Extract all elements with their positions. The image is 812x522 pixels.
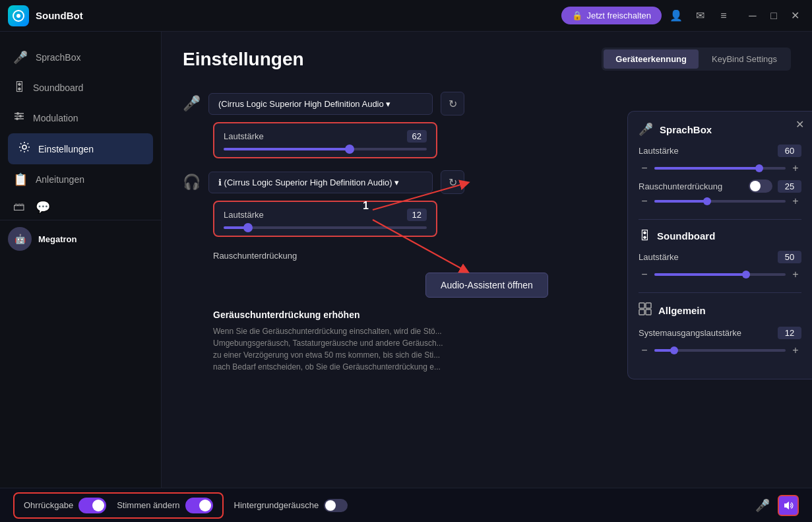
sidebar-label-sprachbox: SprachBox [36,52,80,63]
speaker-button[interactable] [778,495,799,516]
sidebar-item-soundboard[interactable]: 🎛 Soundboard [0,73,161,102]
avatar: 🤖 [8,227,32,251]
sidebar-item-anleitungen[interactable]: 📋 Anleitungen [0,164,161,195]
hintergrund-item: Hintergrundgeräusche [234,499,348,512]
app-logo [8,5,29,26]
popup-sprachbox-noise-minus[interactable]: − [639,195,650,207]
hintergrund-label: Hintergrundgeräusche [234,500,319,510]
popup-allgemein-vol-label: Systemausgangslautstärke [639,328,774,338]
popup-soundboard-slider[interactable] [654,273,786,276]
popup-soundboard-thumb [742,271,750,278]
svg-point-1 [16,14,20,18]
extra-icon-1[interactable]: 🗃 [13,200,25,214]
popup-panel: ✕ 🎤 SprachBox Lautstärke 60 − [627,111,812,379]
sidebar-label-einstellungen: Einstellungen [38,144,94,154]
modulation-icon [13,110,25,125]
svg-point-7 [16,117,18,120]
popup-sprachbox-noise-slider-row: − + [639,195,801,207]
mic-slider-thumb [345,145,354,154]
headphone-device-icon: 🎧 [183,174,201,191]
headphone-volume-label: Lautstärke [224,210,264,220]
svg-point-8 [22,145,26,149]
svg-rect-11 [639,310,644,315]
popup-sprachbox-noise-fill [654,200,707,203]
mail-icon[interactable]: ✉ [691,7,709,25]
maximize-button[interactable]: □ [765,7,783,25]
sidebar-item-einstellungen[interactable]: Einstellungen [8,133,153,164]
popup-sprachbox-minus[interactable]: − [639,162,650,174]
app-title: SoundBot [36,10,561,21]
ohrruckgabe-toggle[interactable] [78,498,106,513]
headphone-slider-track[interactable] [224,226,427,229]
svg-rect-10 [646,303,651,308]
headphone-slider-fill [224,226,248,229]
popup-soundboard-icon: 🎛 [639,229,650,243]
stimmen-toggle[interactable] [185,498,213,513]
content-header: Einstellungen Geräteerkennung KeyBind Se… [162,32,812,81]
menu-icon[interactable]: ≡ [714,7,733,25]
mic-device-label: (Cirrus Logic Superior High Definition A… [218,99,384,109]
sidebar-item-modulation[interactable]: Modulation [0,102,161,133]
lock-icon: 🔒 [572,11,582,20]
svg-rect-9 [639,303,644,308]
sidebar-label-modulation: Modulation [33,113,78,123]
mic-volume-box: Lautstärke 62 [213,122,437,158]
popup-sprachbox-noise-thumb [703,197,711,205]
popup-allgemein-icon [639,302,652,319]
popup-allgemein-plus[interactable]: + [790,344,801,356]
popup-sprachbox-slider[interactable] [654,167,786,170]
tab-geraeteerkennung[interactable]: Geräteerkennung [604,49,699,69]
popup-close-button[interactable]: ✕ [796,118,804,131]
hintergrund-toggle[interactable] [324,499,348,512]
popup-sprachbox-noise-toggle[interactable] [749,179,772,193]
mic-volume-value: 62 [407,130,427,143]
tab-keybind[interactable]: KeyBind Settings [700,49,789,69]
titlebar-actions: 🔒 Jetzt freischalten 👤 ✉ ≡ ─ □ ✕ [561,7,804,25]
audio-assistant-button[interactable]: Audio-Assistent öffnen [425,273,548,298]
popup-sprachbox-noise-plus[interactable]: + [790,195,801,207]
headphone-volume-box: Lautstärke 12 [213,201,437,237]
popup-allgemein-vol-row: Systemausgangslautstärke 12 [639,327,801,339]
minimize-button[interactable]: ─ [743,7,762,25]
popup-sprachbox-noise-slider[interactable] [654,200,786,203]
mic-slider-fill [224,148,350,150]
unlock-button[interactable]: 🔒 Jetzt freischalten [561,7,662,24]
svg-point-5 [16,112,19,115]
tab-group: Geräteerkennung KeyBind Settings [602,48,791,71]
popup-soundboard-minus[interactable]: − [639,269,650,280]
popup-mic-icon: 🎤 [639,122,653,137]
popup-soundboard-plus[interactable]: + [790,269,801,280]
headphone-refresh-button[interactable]: ↻ [441,170,464,194]
extra-icon-2[interactable]: 💬 [36,200,50,214]
mic-device-select[interactable]: (Cirrus Logic Superior High Definition A… [208,93,433,115]
mic-volume-label-row: Lautstärke 62 [224,130,427,143]
mic-slider-track[interactable] [224,148,427,150]
headphone-device-select[interactable]: ℹ (Cirrus Logic Superior High Definition… [208,172,433,193]
close-button[interactable]: ✕ [786,7,804,25]
popup-sprachbox-section: 🎤 SprachBox Lautstärke 60 − + [639,122,801,207]
headphone-volume-value: 12 [407,209,427,221]
popup-sprachbox-fill [654,167,759,170]
soundboard-icon: 🎛 [13,81,25,94]
main-content: ✕ 🎤 SprachBox Lautstärke 60 − [162,32,812,488]
mic-refresh-button[interactable]: ↻ [441,92,464,115]
popup-allgemein-slider[interactable] [654,349,786,352]
popup-sprachbox-noise-label: Rauschunterdrückung [639,181,743,191]
popup-allgemein-title: Allgemein [658,305,706,316]
user-section: 🤖 Megatron [0,220,161,257]
sidebar-item-sprachbox[interactable]: 🎤 SprachBox [0,42,161,73]
sidebar: 🎤 SprachBox 🎛 Soundboard Modulation Eins… [0,32,162,488]
user-icon[interactable]: 👤 [667,7,685,25]
popup-sprachbox-thumb [755,164,763,172]
popup-allgemein-minus[interactable]: − [639,344,650,356]
popup-soundboard-vol-label: Lautstärke [639,252,774,262]
headphone-volume-label-row: Lautstärke 12 [224,209,427,221]
popup-sprachbox-plus[interactable]: + [790,162,801,174]
popup-allgemein-slider-row: − + [639,344,801,356]
ohrruckgabe-label: Ohrrückgabe [24,500,73,510]
popup-sprachbox-noise-row: Rauschunterdrückung 25 [639,179,801,193]
mic-bottom-icon[interactable]: 🎤 [755,498,770,513]
unlock-label: Jetzt freischalten [586,11,651,20]
popup-soundboard-header: 🎛 Soundboard [639,229,801,243]
popup-sprachbox-vol-value: 60 [778,145,801,157]
